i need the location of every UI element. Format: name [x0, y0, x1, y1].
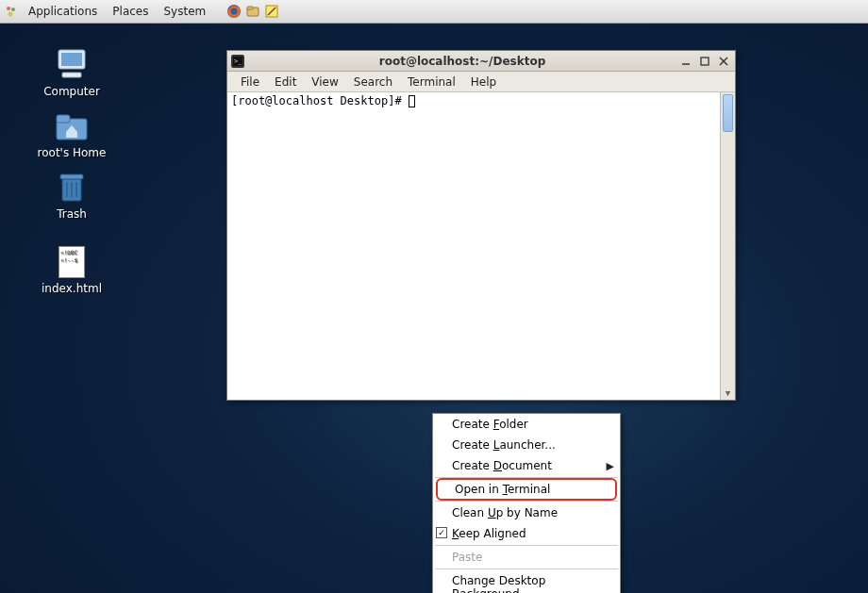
computer-icon [34, 46, 109, 84]
menu-search[interactable]: Search [346, 74, 400, 91]
svg-text:>_: >_ [234, 58, 242, 65]
close-button[interactable] [716, 55, 731, 68]
terminal-window: >_ root@localhost:~/Desktop File Edit Vi… [226, 50, 736, 401]
desktop-icon-label: index.html [34, 282, 109, 295]
desktop-icon-computer[interactable]: Computer [34, 46, 109, 98]
menu-paste: Paste [433, 547, 620, 568]
window-titlebar[interactable]: >_ root@localhost:~/Desktop [227, 51, 735, 72]
minimize-button[interactable] [678, 55, 693, 68]
menu-places[interactable]: Places [107, 3, 154, 20]
svg-point-4 [231, 8, 238, 15]
terminal-cursor [409, 95, 415, 107]
svg-point-0 [7, 7, 10, 10]
folder-home-icon [34, 107, 109, 145]
svg-rect-6 [247, 7, 253, 9]
svg-rect-14 [60, 174, 83, 179]
desktop-icon-label: Trash [34, 207, 109, 221]
firefox-icon[interactable] [226, 4, 242, 19]
svg-rect-9 [61, 53, 82, 66]
menu-separator [435, 545, 618, 546]
menu-edit[interactable]: Edit [267, 74, 304, 91]
menu-help[interactable]: Help [463, 74, 504, 91]
menu-create-document[interactable]: Create Document ▶ [433, 455, 620, 476]
submenu-arrow-icon: ▶ [607, 460, 614, 472]
menu-file[interactable]: File [233, 74, 267, 91]
menu-open-in-terminal[interactable]: Open in Terminal [436, 478, 617, 501]
terminal-scrollbar[interactable]: ▲ ▼ [720, 92, 735, 400]
menu-separator [435, 501, 618, 502]
terminal-icon: >_ [231, 55, 244, 68]
terminal-prompt: [root@localhost Desktop]# [231, 94, 409, 107]
menu-change-background[interactable]: Change Desktop Background [433, 570, 620, 593]
top-panel: Applications Places System [0, 0, 868, 24]
menu-create-folder[interactable]: Create Folder [433, 414, 620, 435]
checkbox-icon: ✓ [436, 527, 447, 538]
menu-terminal[interactable]: Terminal [400, 74, 463, 91]
scrollbar-thumb[interactable] [723, 94, 733, 132]
menu-applications[interactable]: Applications [23, 3, 103, 20]
svg-rect-10 [62, 73, 81, 77]
menu-view[interactable]: View [304, 74, 345, 91]
trash-icon [34, 169, 109, 206]
menu-clean-up[interactable]: Clean Up by Name [433, 502, 620, 523]
terminal-menubar: File Edit View Search Terminal Help [227, 72, 735, 92]
scroll-down-icon[interactable]: ▼ [721, 387, 735, 400]
svg-rect-12 [57, 115, 70, 123]
desktop-icon-label: root's Home [34, 146, 109, 159]
menu-separator [435, 568, 618, 569]
menu-keep-aligned[interactable]: ✓ Keep Aligned [433, 523, 620, 544]
svg-rect-22 [701, 58, 709, 65]
terminal-body[interactable]: [root@localhost Desktop]# ▲ ▼ [227, 92, 735, 400]
desktop-icon-index[interactable]: <!DOC <!--$ index.html [34, 243, 109, 295]
svg-point-2 [8, 12, 13, 17]
maximize-button[interactable] [697, 55, 712, 68]
desktop-icon-home[interactable]: root's Home [34, 107, 109, 159]
svg-point-1 [11, 8, 15, 11]
window-title: root@localhost:~/Desktop [250, 55, 675, 68]
desktop-icon-label: Computer [34, 85, 109, 98]
footprint-icon [4, 4, 19, 19]
desktop-icon-trash[interactable]: Trash [34, 169, 109, 221]
html-file-icon: <!DOC <!--$ [34, 243, 109, 281]
menu-create-launcher[interactable]: Create Launcher... [433, 435, 620, 455]
desktop-context-menu: Create Folder Create Launcher... Create … [432, 413, 621, 593]
file-manager-icon[interactable] [245, 4, 260, 19]
notepad-icon[interactable] [264, 4, 279, 19]
menu-system[interactable]: System [158, 3, 211, 20]
